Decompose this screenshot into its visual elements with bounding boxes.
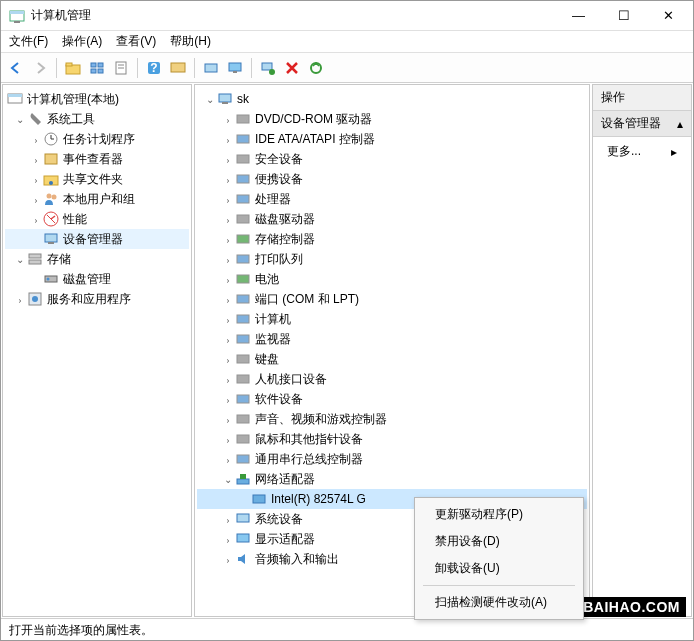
disk_drives-icon: [235, 211, 251, 227]
help-icon[interactable]: ?: [143, 57, 165, 79]
users-icon: [43, 191, 59, 207]
svg-rect-63: [240, 474, 246, 479]
nav-services-apps[interactable]: ›服务和应用程序: [5, 289, 189, 309]
dev-hid[interactable]: ›人机接口设备: [197, 369, 587, 389]
uninstall-icon[interactable]: [281, 57, 303, 79]
computer-icon: [235, 311, 251, 327]
svg-rect-36: [29, 254, 41, 258]
ctx-scan-hardware[interactable]: 扫描检测硬件改动(A): [415, 589, 583, 616]
batteries-icon: [235, 271, 251, 287]
dev-dvd[interactable]: ›DVD/CD-ROM 驱动器: [197, 109, 587, 129]
dev-ports[interactable]: ›端口 (COM 和 LPT): [197, 289, 587, 309]
dvd-icon: [235, 111, 251, 127]
dev-usb_ctrl[interactable]: ›通用串行总线控制器: [197, 449, 587, 469]
maximize-button[interactable]: ☐: [601, 2, 646, 30]
ctx-disable-device[interactable]: 禁用设备(D): [415, 528, 583, 555]
scan-hardware-icon[interactable]: [200, 57, 222, 79]
svg-rect-50: [237, 235, 249, 243]
dev-print_queues[interactable]: ›打印队列: [197, 249, 587, 269]
dev-sound_video[interactable]: ›声音、视频和游戏控制器: [197, 409, 587, 429]
dev-processors[interactable]: ›处理器: [197, 189, 587, 209]
ctx-uninstall-device[interactable]: 卸载设备(U): [415, 555, 583, 582]
nav-event-viewer[interactable]: ›事件查看器: [5, 149, 189, 169]
menu-file[interactable]: 文件(F): [9, 33, 48, 50]
monitor-icon[interactable]: [224, 57, 246, 79]
view-list-icon[interactable]: [86, 57, 108, 79]
sound_video-icon: [235, 411, 251, 427]
dev-portable[interactable]: ›便携设备: [197, 169, 587, 189]
menu-view[interactable]: 查看(V): [116, 33, 156, 50]
wrench-icon: [27, 111, 43, 127]
svg-rect-51: [237, 255, 249, 263]
svg-rect-65: [237, 514, 249, 522]
dev-keyboards[interactable]: ›键盘: [197, 349, 587, 369]
audio-icon: [235, 551, 251, 567]
svg-rect-56: [237, 355, 249, 363]
app-icon: [9, 8, 25, 24]
enable-device-icon[interactable]: [257, 57, 279, 79]
svg-rect-48: [237, 195, 249, 203]
svg-rect-34: [45, 234, 57, 242]
dev-network-adapters[interactable]: ⌄网络适配器: [197, 469, 587, 489]
nav-performance[interactable]: ›性能: [5, 209, 189, 229]
dev-disk_drives[interactable]: ›磁盘驱动器: [197, 209, 587, 229]
dev-monitors[interactable]: ›监视器: [197, 329, 587, 349]
update-driver-icon[interactable]: [305, 57, 327, 79]
main-area: 计算机管理(本地) ⌄系统工具 ›任务计划程序 ›事件查看器 ›共享文件夹 ›本…: [1, 83, 693, 618]
dev-computer[interactable]: ›计算机: [197, 309, 587, 329]
dev-ide[interactable]: ›IDE ATA/ATAPI 控制器: [197, 129, 587, 149]
svg-rect-46: [237, 155, 249, 163]
nav-disk-mgmt[interactable]: 磁盘管理: [5, 269, 189, 289]
folder-up-icon[interactable]: [62, 57, 84, 79]
svg-rect-61: [237, 455, 249, 463]
nav-task-scheduler[interactable]: ›任务计划程序: [5, 129, 189, 149]
computer-mgmt-icon: [7, 91, 23, 107]
clock-icon: [43, 131, 59, 147]
dev-batteries[interactable]: ›电池: [197, 269, 587, 289]
svg-rect-2: [14, 21, 20, 23]
nav-storage[interactable]: ⌄存储: [5, 249, 189, 269]
nav-root[interactable]: 计算机管理(本地): [5, 89, 189, 109]
svg-rect-5: [91, 63, 96, 67]
context-menu: 更新驱动程序(P) 禁用设备(D) 卸载设备(U) 扫描检测硬件改动(A): [414, 497, 584, 620]
svg-rect-45: [237, 135, 249, 143]
close-button[interactable]: ✕: [646, 2, 691, 30]
event-icon: [43, 151, 59, 167]
nav-shared-folders[interactable]: ›共享文件夹: [5, 169, 189, 189]
svg-point-29: [47, 194, 52, 199]
svg-point-30: [52, 195, 57, 200]
left-navigation-tree[interactable]: 计算机管理(本地) ⌄系统工具 ›任务计划程序 ›事件查看器 ›共享文件夹 ›本…: [2, 84, 192, 617]
dev-security[interactable]: ›安全设备: [197, 149, 587, 169]
minimize-button[interactable]: —: [556, 2, 601, 30]
console-icon[interactable]: [167, 57, 189, 79]
svg-rect-47: [237, 175, 249, 183]
network-icon: [235, 471, 251, 487]
nav-device-manager[interactable]: 设备管理器: [5, 229, 189, 249]
nav-system-tools[interactable]: ⌄系统工具: [5, 109, 189, 129]
perf-icon: [43, 211, 59, 227]
menu-help[interactable]: 帮助(H): [170, 33, 211, 50]
actions-more[interactable]: 更多...▸: [593, 137, 691, 166]
chevron-right-icon: ▸: [671, 145, 677, 159]
keyboards-icon: [235, 351, 251, 367]
ctx-update-driver[interactable]: 更新驱动程序(P): [415, 501, 583, 528]
toolbar: ?: [1, 53, 693, 83]
menu-action[interactable]: 操作(A): [62, 33, 102, 50]
svg-rect-1: [10, 11, 24, 14]
nav-local-users[interactable]: ›本地用户和组: [5, 189, 189, 209]
dev-storage_ctrl[interactable]: ›存储控制器: [197, 229, 587, 249]
svg-point-19: [269, 69, 275, 75]
svg-rect-54: [237, 315, 249, 323]
properties-icon[interactable]: [110, 57, 132, 79]
actions-sub[interactable]: 设备管理器▴: [593, 111, 691, 137]
dev-software_devices[interactable]: ›软件设备: [197, 389, 587, 409]
forward-button[interactable]: [29, 57, 51, 79]
software_devices-icon: [235, 391, 251, 407]
dev-mice[interactable]: ›鼠标和其他指针设备: [197, 429, 587, 449]
window-title: 计算机管理: [31, 7, 556, 24]
shared-folder-icon: [43, 171, 59, 187]
storage_ctrl-icon: [235, 231, 251, 247]
chevron-up-icon: ▴: [677, 117, 683, 131]
back-button[interactable]: [5, 57, 27, 79]
dev-root[interactable]: ⌄sk: [197, 89, 587, 109]
